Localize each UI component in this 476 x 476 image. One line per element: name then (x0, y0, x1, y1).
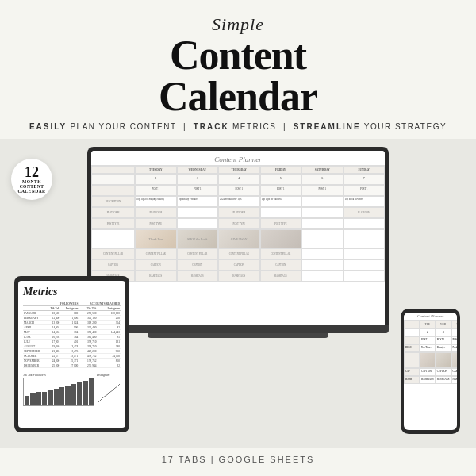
desc-fri: Top Tips for Success (260, 196, 302, 207)
phone-outer: Content Planner TUE WED THU 2 3 4 POST 1… (401, 309, 460, 434)
badge-calendar: CALENDAR (17, 189, 45, 194)
table-row: DECEMBER25,00027,000276,94432 (23, 363, 121, 368)
desc-label-col: DESCRIPTION (91, 196, 135, 207)
caption-fri: CAPTION (260, 259, 302, 271)
main-title: Content Calendar (16, 35, 460, 117)
posttype-thu: POST TYPE (218, 218, 260, 229)
phone-cell-desc-1: Top Tips... (420, 344, 436, 352)
hashtags-fri: HASHTAGS (260, 271, 302, 282)
platform-wed (177, 207, 219, 218)
hashtags-sat (301, 271, 344, 282)
phone-device: Content Planner TUE WED THU 2 3 4 POST 1… (401, 309, 460, 434)
caption-wed: CAPTION (177, 259, 219, 271)
desc-sun: Top Book Reviews (344, 196, 386, 207)
chart-area: Tik Tok Followers (23, 373, 121, 409)
bar-12 (89, 378, 94, 405)
posttype-sun (344, 218, 386, 229)
phone-col-3: THU (451, 321, 457, 328)
laptop-screen-outer: Content Planner TUESDAY WEDNESDAY THURSD… (87, 147, 389, 325)
month-badge: 12 MONTH CONTENT CALENDAR (11, 159, 52, 200)
phone-day-2: 2 (420, 328, 436, 336)
bar-1 (25, 396, 29, 405)
phone-label-2: DESC (404, 344, 420, 352)
phone-hash-2: HASHTAGS (436, 376, 451, 384)
post-sun: POST 1 (344, 185, 386, 196)
hashtags-sun (344, 271, 386, 282)
desc-tue: Top Tips for Staying Healthy (135, 196, 177, 207)
cp-thu: CONTENT PILLAR (218, 248, 260, 259)
bar-5 (48, 390, 52, 405)
phone-day-4: 4 (451, 328, 457, 336)
col-header-sun: SUNDAY (344, 166, 386, 174)
post-sat: POST 1 (301, 185, 344, 196)
phone-label-4: CAP (404, 368, 420, 376)
platform-label-col: PLATFORM (91, 207, 135, 218)
img-sun (344, 229, 386, 248)
col-header-sat: SATURDAY (301, 166, 344, 174)
header-section: Simple Content Calendar EASILY PLAN YOUR… (0, 0, 476, 139)
cell-empty (91, 174, 135, 185)
day-2: 2 (135, 174, 177, 185)
track-label: TRACK (194, 122, 229, 131)
chart-label: Tik Tok Followers (23, 373, 94, 377)
phone-caption-1: CAPTION (420, 368, 436, 376)
post-label (91, 185, 135, 196)
streamline-label: STREAMLINE (294, 122, 361, 131)
post-wed: POST 1 (177, 185, 219, 196)
img-thu: GIVEAWAY (218, 229, 260, 248)
desc-wed: Top Beauty Products (177, 196, 219, 207)
metrics-table: FOLLOWERS ACCOUNTS REACHED Tik Tok Insta… (23, 301, 121, 368)
cp-fri: CONTENT PILLAR (260, 248, 302, 259)
posttype-fri: POST TYPE (260, 218, 302, 229)
easily-label: EASILY (29, 122, 67, 131)
tablet-outer: Metrics FOLLOWERS ACCOUNTS REACHED Tik T… (14, 276, 129, 432)
bar-chart-section: Tik Tok Followers (23, 373, 94, 409)
line-chart-label: Instagram (97, 373, 121, 377)
bar-3 (36, 392, 41, 405)
metrics-title: Metrics (23, 286, 121, 298)
badge-number: 12 (25, 165, 39, 179)
phone-day-3: 3 (436, 328, 451, 336)
col-header-thu: THURSDAY (218, 166, 260, 174)
cp-label-col: CONTENT PILLAR (91, 248, 135, 259)
laptop-device: Content Planner TUESDAY WEDNESDAY THURSD… (87, 147, 389, 338)
phone-label-3 (404, 352, 420, 368)
bar-chart (23, 378, 94, 406)
platform-sat (301, 207, 344, 218)
laptop-screen: Content Planner TUESDAY WEDNESDAY THURSD… (91, 151, 385, 325)
phone-cell-desc-3: Productiv... (451, 344, 457, 352)
bar-8 (65, 386, 70, 405)
platform-tue: PLATFORM (135, 207, 177, 218)
phone-desc-3: POST 1 (451, 336, 457, 344)
col-header-empty (91, 166, 135, 174)
cp-sat (301, 248, 344, 259)
post-thu: POST 1 (218, 185, 260, 196)
bar-2 (30, 393, 35, 405)
phone-img-2 (436, 352, 451, 368)
phone-planner-title: Content Planner (404, 313, 457, 321)
platform-fri (260, 207, 302, 218)
footer-section: 17 TABS | GOOGLE SHEETS (0, 448, 476, 469)
header-subtitle: EASILY PLAN YOUR CONTENT | TRACK METRICS… (16, 122, 460, 131)
hashtags-tue: HASHTAGS (135, 271, 177, 282)
col-header-wed: WEDNESDAY (177, 166, 219, 174)
posttype-tue: POST TYPE (135, 218, 177, 229)
bar-4 (42, 392, 47, 405)
img-fri (260, 229, 302, 248)
img-tue: Thank You (135, 229, 177, 248)
phone-day-empty (404, 328, 420, 336)
phone-caption-3: CAPTION (451, 368, 457, 376)
phone-img-3 (451, 352, 457, 368)
phone-grid: TUE WED THU 2 3 4 POST 1 POST 1 POST 1 D… (404, 321, 457, 384)
phone-desc-2: POST 1 (436, 336, 451, 344)
bar-7 (60, 387, 64, 405)
devices-section: Content Planner TUESDAY WEDNESDAY THURSD… (0, 139, 476, 448)
day-6: 6 (301, 174, 344, 185)
post-tue: POST 1 (135, 185, 177, 196)
posttype-wed (177, 218, 219, 229)
phone-screen: Content Planner TUE WED THU 2 3 4 POST 1… (404, 313, 457, 430)
tablet-screen: Metrics FOLLOWERS ACCOUNTS REACHED Tik T… (18, 281, 125, 428)
planner-title: Content Planner (91, 151, 385, 166)
phone-col-1: TUE (420, 321, 436, 328)
phone-label-1 (404, 336, 420, 344)
